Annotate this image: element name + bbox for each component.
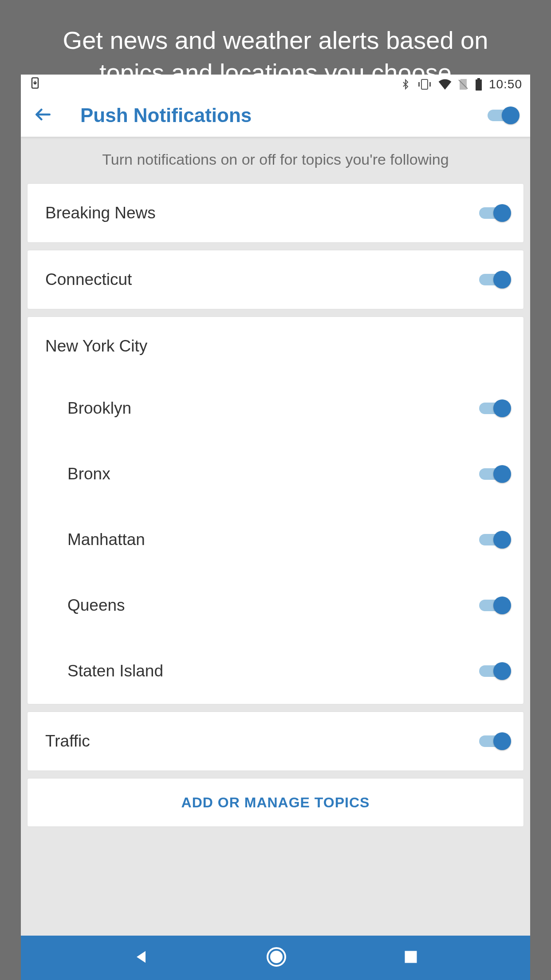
- topic-label: Queens: [67, 596, 479, 615]
- bluetooth-icon: [400, 78, 411, 91]
- svg-rect-8: [405, 951, 417, 963]
- topic-label: Breaking News: [45, 204, 479, 222]
- toggle-breaking-news[interactable]: [479, 203, 511, 223]
- topic-label: Brooklyn: [67, 399, 479, 418]
- svg-rect-3: [429, 82, 431, 87]
- app-header: Push Notifications: [21, 94, 530, 137]
- toggle-queens[interactable]: [479, 596, 511, 615]
- svg-rect-5: [476, 79, 482, 91]
- topic-label: Manhattan: [67, 530, 479, 549]
- subtitle-text: Turn notifications on or off for topics …: [21, 137, 530, 183]
- wifi-icon: [438, 79, 452, 90]
- topic-label: Traffic: [45, 732, 479, 751]
- master-toggle[interactable]: [488, 106, 520, 125]
- card-nyc: New York City Brooklyn Bronx Manhattan Q…: [27, 316, 524, 704]
- toggle-bronx[interactable]: [479, 464, 511, 484]
- toggle-traffic[interactable]: [479, 731, 511, 751]
- vibrate-icon: [417, 79, 432, 90]
- device-frame: 10:50 Push Notifications Turn notificati…: [21, 75, 530, 980]
- nav-recent-icon[interactable]: [403, 949, 419, 967]
- topic-label: Connecticut: [45, 270, 479, 289]
- nav-home-icon[interactable]: [266, 946, 287, 969]
- toggle-connecticut[interactable]: [479, 270, 511, 289]
- card-connecticut: Connecticut: [27, 250, 524, 309]
- android-nav-bar: [21, 936, 530, 980]
- svg-point-7: [271, 952, 282, 962]
- group-label-nyc: New York City: [45, 337, 511, 356]
- toggle-manhattan[interactable]: [479, 530, 511, 549]
- toggle-staten-island[interactable]: [479, 661, 511, 681]
- svg-rect-1: [421, 79, 428, 89]
- toggle-brooklyn[interactable]: [479, 399, 511, 418]
- nav-back-icon[interactable]: [132, 948, 150, 968]
- svg-rect-4: [477, 78, 480, 79]
- back-arrow-icon[interactable]: [33, 105, 53, 126]
- topic-label: Bronx: [67, 465, 479, 483]
- page-title: Push Notifications: [80, 104, 488, 126]
- card-traffic: Traffic: [27, 711, 524, 771]
- manage-topics-button[interactable]: ADD OR MANAGE TOPICS: [28, 778, 523, 826]
- card-manage: ADD OR MANAGE TOPICS: [27, 778, 524, 827]
- svg-rect-2: [418, 82, 420, 87]
- download-icon: [29, 78, 41, 92]
- no-sim-icon: [458, 78, 468, 91]
- battery-icon: [475, 78, 483, 91]
- content-area: Turn notifications on or off for topics …: [21, 137, 530, 827]
- status-bar: 10:50: [21, 75, 530, 94]
- status-time: 10:50: [489, 77, 522, 91]
- card-breaking-news: Breaking News: [27, 183, 524, 243]
- topic-label: Staten Island: [67, 662, 479, 680]
